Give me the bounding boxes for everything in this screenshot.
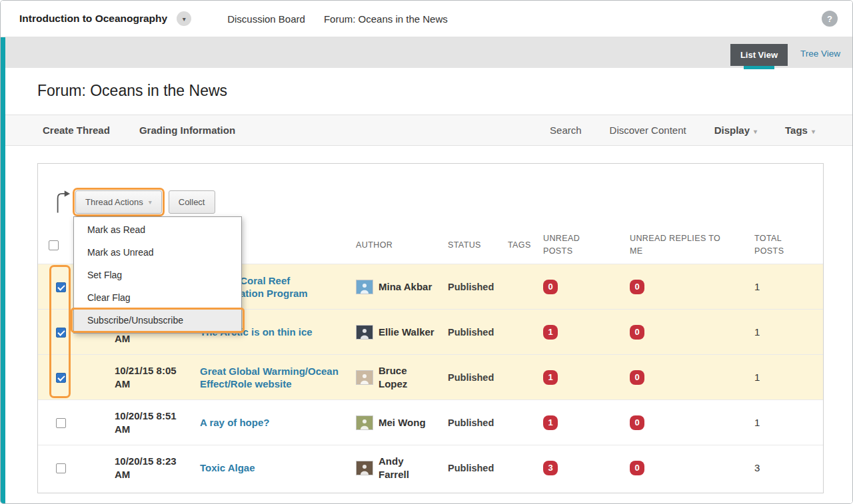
chevron-down-icon: ▾	[754, 128, 757, 135]
unread-replies-badge[interactable]: 0	[630, 461, 644, 475]
table-row: 10/21/15 8:05 AM Great Global Warming/Oc…	[38, 354, 823, 399]
avatar	[356, 461, 373, 475]
total-posts: 1	[754, 372, 760, 383]
page-title: Forum: Oceans in the News	[5, 68, 852, 100]
avatar	[356, 370, 373, 385]
thread-actions-button[interactable]: Thread Actions ▾	[75, 190, 162, 214]
thread-toolbar: Thread Actions ▾ Collect	[38, 164, 823, 216]
thread-status: Published	[448, 372, 494, 383]
total-posts: 1	[754, 281, 760, 292]
display-menu-button[interactable]: Display▾	[714, 125, 757, 136]
menu-item-subscribe-unsubscribe[interactable]: Subscribe/Unsubscribe	[74, 309, 241, 332]
course-menu-button[interactable]: ▾	[177, 11, 191, 26]
avatar	[356, 280, 373, 294]
table-row: 10/20/15 8:23 AM Toxic Algae Andy Farrel…	[38, 445, 823, 490]
unread-posts-badge[interactable]: 3	[543, 461, 558, 475]
header-unread-replies: UNREAD REPLIES TO ME	[630, 232, 730, 258]
total-posts: 1	[754, 417, 760, 428]
chevron-down-icon: ▾	[183, 15, 186, 23]
discover-content-button[interactable]: Discover Content	[610, 125, 686, 136]
breadcrumb-discussion-board[interactable]: Discussion Board	[227, 13, 305, 25]
row-checkbox[interactable]	[56, 418, 66, 428]
header-status: STATUS	[448, 240, 508, 250]
app-window: Introduction to Oceanography ▾ Discussio…	[0, 0, 853, 504]
content-area: Thread Actions ▾ Collect DATE THREAD AUT…	[5, 146, 852, 493]
total-posts: 1	[754, 326, 760, 338]
total-posts: 3	[754, 462, 760, 473]
grading-information-button[interactable]: Grading Information	[139, 125, 235, 136]
create-thread-button[interactable]: Create Thread	[43, 125, 110, 136]
row-checkbox[interactable]	[56, 282, 66, 292]
chevron-down-icon: ▾	[149, 198, 152, 206]
view-tab-band: List View Tree View	[5, 37, 852, 68]
avatar	[356, 415, 373, 430]
author-name: Mina Akbar	[379, 280, 436, 294]
thread-status: Published	[448, 282, 494, 292]
title-area: Forum: Oceans in the News	[5, 68, 852, 115]
author-name: Mei Wong	[379, 416, 436, 429]
thread-actions-menu: Mark as Read Mark as Unread Set Flag Cle…	[73, 216, 242, 334]
header-author: AUTHOR	[356, 240, 448, 250]
row-checkbox[interactable]	[56, 328, 66, 338]
breadcrumb-forum: Forum: Oceans in the News	[324, 13, 448, 25]
thread-status: Published	[448, 327, 494, 338]
unread-posts-badge[interactable]: 0	[543, 280, 558, 294]
thread-date: 10/20/15 8:23 AM	[115, 455, 177, 480]
header-tags: TAGS	[508, 240, 543, 250]
author-name: Ellie Walker	[379, 326, 436, 339]
select-all-checkbox[interactable]	[49, 240, 59, 250]
author-name: Bruce Lopez	[379, 364, 436, 391]
avatar	[356, 325, 373, 340]
course-title: Introduction to Oceanography	[19, 13, 167, 25]
unread-posts-badge[interactable]: 1	[543, 415, 558, 430]
menu-item-mark-as-read[interactable]: Mark as Read	[74, 218, 241, 241]
apply-to-selected-arrow-icon	[55, 189, 71, 213]
help-button[interactable]: ?	[822, 11, 838, 27]
row-checkbox[interactable]	[56, 463, 66, 473]
thread-status: Published	[448, 463, 494, 473]
thread-date: 10/21/15 8:05 AM	[115, 365, 177, 389]
thread-status: Published	[448, 417, 494, 428]
menu-item-set-flag[interactable]: Set Flag	[74, 264, 241, 286]
thread-actions-highlight: Thread Actions ▾	[73, 188, 165, 216]
unread-posts-badge[interactable]: 1	[543, 325, 558, 340]
table-row: 10/20/15 8:51 AM A ray of hope? Mei Wong…	[38, 399, 823, 445]
thread-list-panel: Thread Actions ▾ Collect DATE THREAD AUT…	[37, 163, 824, 493]
unread-replies-badge[interactable]: 0	[630, 280, 644, 294]
unread-posts-badge[interactable]: 1	[543, 370, 558, 385]
header-total-posts: TOTAL POSTS	[754, 232, 789, 258]
unread-replies-badge[interactable]: 0	[630, 325, 644, 340]
action-bar: Create Thread Grading Information Search…	[5, 115, 852, 146]
chevron-down-icon: ▾	[812, 128, 815, 135]
thread-link[interactable]: Toxic Algae	[200, 461, 255, 474]
collect-button[interactable]: Collect	[169, 190, 215, 214]
menu-item-clear-flag[interactable]: Clear Flag	[74, 286, 241, 309]
tab-tree-view[interactable]: Tree View	[800, 49, 840, 59]
top-bar: Introduction to Oceanography ▾ Discussio…	[1, 1, 852, 37]
author-name: Andy Farrell	[379, 455, 436, 481]
tags-menu-button[interactable]: Tags▾	[785, 125, 815, 136]
menu-item-mark-as-unread[interactable]: Mark as Unread	[74, 241, 241, 264]
row-checkbox[interactable]	[56, 373, 66, 383]
thread-link[interactable]: Great Global Warming/Ocean Effect/Role w…	[200, 365, 347, 390]
main-area: List View Tree View Forum: Oceans in the…	[1, 37, 852, 503]
search-button[interactable]: Search	[550, 125, 582, 136]
unread-replies-badge[interactable]: 0	[630, 370, 644, 385]
thread-link[interactable]: A ray of hope?	[200, 416, 269, 429]
tab-list-view[interactable]: List View	[730, 44, 788, 66]
unread-replies-badge[interactable]: 0	[630, 415, 644, 430]
thread-date: 10/20/15 8:51 AM	[115, 410, 177, 435]
header-unread-posts: UNREAD POSTS	[543, 232, 590, 258]
